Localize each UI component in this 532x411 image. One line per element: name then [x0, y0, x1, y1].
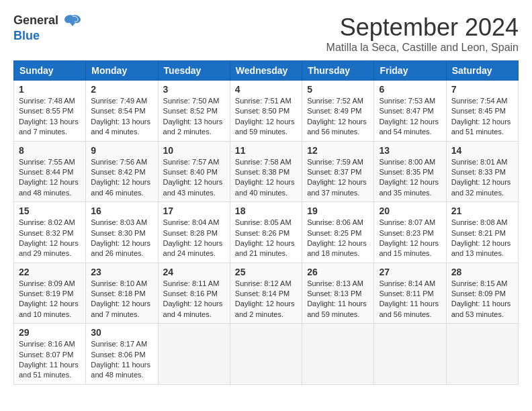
header-tuesday: Tuesday	[158, 61, 230, 81]
table-row	[374, 324, 446, 385]
daylight-text: Daylight: 12 hours and 40 minutes.	[235, 178, 295, 196]
sunset-text: Sunset: 8:11 PM	[379, 289, 433, 298]
daylight-text: Daylight: 11 hours and 56 minutes.	[379, 300, 439, 318]
daylight-text: Daylight: 12 hours and 43 minutes.	[163, 178, 223, 196]
sunrise-text: Sunrise: 8:15 AM	[451, 279, 508, 287]
sunrise-text: Sunrise: 8:11 AM	[163, 279, 220, 287]
sunset-text: Sunset: 8:25 PM	[307, 229, 361, 237]
table-row: 26Sunrise: 8:13 AMSunset: 8:13 PMDayligh…	[302, 263, 374, 324]
sunset-text: Sunset: 8:19 PM	[19, 289, 73, 298]
day-info: Sunrise: 7:57 AMSunset: 8:40 PMDaylight:…	[163, 157, 225, 199]
day-number: 3	[163, 84, 225, 95]
day-info: Sunrise: 8:16 AMSunset: 8:07 PMDaylight:…	[19, 339, 81, 381]
day-info: Sunrise: 8:11 AMSunset: 8:16 PMDaylight:…	[163, 279, 225, 320]
day-number: 9	[91, 145, 152, 156]
table-row: 8Sunrise: 7:55 AMSunset: 8:44 PMDaylight…	[14, 141, 86, 202]
day-info: Sunrise: 8:05 AMSunset: 8:26 PMDaylight:…	[235, 218, 297, 259]
daylight-text: Daylight: 12 hours and 46 minutes.	[91, 178, 150, 196]
day-info: Sunrise: 8:14 AMSunset: 8:11 PMDaylight:…	[379, 279, 441, 320]
sunrise-text: Sunrise: 7:52 AM	[307, 97, 363, 105]
sunset-text: Sunset: 8:40 PM	[163, 168, 218, 176]
table-row: 7Sunrise: 7:54 AMSunset: 8:45 PMDaylight…	[446, 81, 518, 142]
day-number: 13	[379, 145, 441, 156]
sunset-text: Sunset: 8:06 PM	[91, 351, 145, 359]
sunset-text: Sunset: 8:13 PM	[307, 289, 361, 298]
logo-bird-icon	[63, 14, 82, 29]
day-number: 14	[451, 145, 513, 156]
daylight-text: Daylight: 13 hours and 7 minutes.	[19, 118, 79, 136]
day-number: 29	[19, 327, 81, 338]
table-row: 13Sunrise: 8:00 AMSunset: 8:35 PMDayligh…	[374, 141, 446, 202]
sunrise-text: Sunrise: 7:58 AM	[235, 158, 292, 166]
table-row	[230, 324, 302, 385]
header-saturday: Saturday	[446, 61, 518, 81]
day-number: 5	[307, 84, 369, 95]
sunrise-text: Sunrise: 8:04 AM	[163, 218, 220, 226]
header: General Blue September 2024 Matilla la S…	[13, 13, 519, 54]
day-number: 20	[379, 205, 441, 216]
day-info: Sunrise: 7:56 AMSunset: 8:42 PMDaylight:…	[91, 157, 152, 199]
sunset-text: Sunset: 8:47 PM	[379, 107, 433, 115]
day-info: Sunrise: 7:54 AMSunset: 8:45 PMDaylight:…	[451, 96, 513, 138]
month-title: September 2024	[326, 13, 519, 42]
table-row: 25Sunrise: 8:12 AMSunset: 8:14 PMDayligh…	[230, 263, 302, 324]
calendar-week-row: 22Sunrise: 8:09 AMSunset: 8:19 PMDayligh…	[14, 263, 519, 324]
sunset-text: Sunset: 8:38 PM	[235, 168, 290, 176]
table-row: 3Sunrise: 7:50 AMSunset: 8:52 PMDaylight…	[158, 81, 230, 142]
day-number: 12	[307, 145, 369, 156]
daylight-text: Daylight: 12 hours and 29 minutes.	[19, 239, 79, 257]
sunrise-text: Sunrise: 8:17 AM	[91, 340, 147, 348]
daylight-text: Daylight: 12 hours and 32 minutes.	[451, 178, 511, 196]
table-row	[302, 324, 374, 385]
sunset-text: Sunset: 8:52 PM	[163, 107, 218, 115]
table-row: 20Sunrise: 8:07 AMSunset: 8:23 PMDayligh…	[374, 202, 446, 263]
daylight-text: Daylight: 12 hours and 7 minutes.	[91, 300, 150, 318]
logo: General Blue	[13, 13, 82, 43]
table-row: 14Sunrise: 8:01 AMSunset: 8:33 PMDayligh…	[446, 141, 518, 202]
sunrise-text: Sunrise: 8:10 AM	[91, 279, 147, 287]
sunrise-text: Sunrise: 8:16 AM	[19, 340, 75, 348]
table-row: 4Sunrise: 7:51 AMSunset: 8:50 PMDaylight…	[230, 81, 302, 142]
day-number: 8	[19, 145, 81, 156]
daylight-text: Daylight: 12 hours and 2 minutes.	[235, 300, 295, 318]
daylight-text: Daylight: 12 hours and 4 minutes.	[163, 300, 223, 318]
day-info: Sunrise: 8:09 AMSunset: 8:19 PMDaylight:…	[19, 279, 81, 320]
table-row: 2Sunrise: 7:49 AMSunset: 8:54 PMDaylight…	[86, 81, 158, 142]
day-number: 1	[19, 84, 81, 95]
day-number: 19	[307, 205, 369, 216]
day-info: Sunrise: 8:12 AMSunset: 8:14 PMDaylight:…	[235, 279, 297, 320]
sunrise-text: Sunrise: 7:49 AM	[91, 97, 147, 105]
header-friday: Friday	[374, 61, 446, 81]
calendar-header-row: Sunday Monday Tuesday Wednesday Thursday…	[14, 61, 519, 81]
location-subtitle: Matilla la Seca, Castille and Leon, Spai…	[326, 42, 519, 54]
day-number: 24	[163, 267, 225, 277]
header-sunday: Sunday	[14, 61, 86, 81]
logo-general: General	[13, 13, 58, 27]
day-info: Sunrise: 8:02 AMSunset: 8:32 PMDaylight:…	[19, 218, 81, 259]
logo-blue: Blue	[13, 29, 40, 42]
table-row: 27Sunrise: 8:14 AMSunset: 8:11 PMDayligh…	[374, 263, 446, 324]
sunset-text: Sunset: 8:09 PM	[451, 289, 506, 298]
table-row: 18Sunrise: 8:05 AMSunset: 8:26 PMDayligh…	[230, 202, 302, 263]
daylight-text: Daylight: 12 hours and 26 minutes.	[91, 239, 150, 257]
day-number: 21	[451, 205, 513, 216]
table-row: 30Sunrise: 8:17 AMSunset: 8:06 PMDayligh…	[86, 324, 158, 385]
sunrise-text: Sunrise: 8:05 AM	[235, 218, 292, 226]
sunrise-text: Sunrise: 8:03 AM	[91, 218, 147, 226]
calendar-week-row: 8Sunrise: 7:55 AMSunset: 8:44 PMDaylight…	[14, 141, 519, 202]
table-row: 6Sunrise: 7:53 AMSunset: 8:47 PMDaylight…	[374, 81, 446, 142]
sunset-text: Sunset: 8:30 PM	[91, 229, 145, 237]
sunrise-text: Sunrise: 7:53 AM	[379, 97, 435, 105]
sunset-text: Sunset: 8:18 PM	[91, 289, 145, 298]
sunset-text: Sunset: 8:32 PM	[19, 229, 73, 237]
table-row: 15Sunrise: 8:02 AMSunset: 8:32 PMDayligh…	[14, 202, 86, 263]
day-number: 6	[379, 84, 441, 95]
day-info: Sunrise: 8:17 AMSunset: 8:06 PMDaylight:…	[91, 339, 152, 381]
day-info: Sunrise: 7:53 AMSunset: 8:47 PMDaylight:…	[379, 96, 441, 138]
table-row: 23Sunrise: 8:10 AMSunset: 8:18 PMDayligh…	[86, 263, 158, 324]
sunrise-text: Sunrise: 7:56 AM	[91, 158, 147, 166]
sunset-text: Sunset: 8:55 PM	[19, 107, 73, 115]
daylight-text: Daylight: 13 hours and 2 minutes.	[163, 118, 223, 136]
sunrise-text: Sunrise: 7:54 AM	[451, 97, 508, 105]
daylight-text: Daylight: 12 hours and 21 minutes.	[235, 239, 295, 257]
